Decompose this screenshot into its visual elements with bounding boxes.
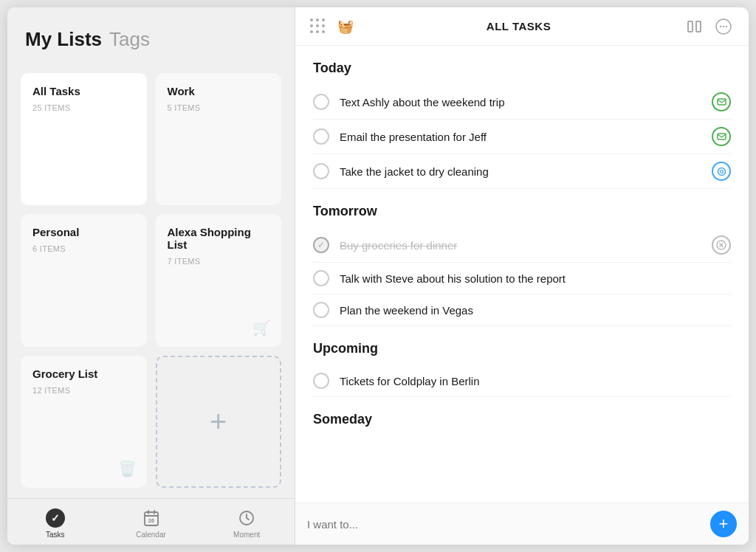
task-row[interactable]: Take the jacket to dry cleaning xyxy=(313,154,731,189)
calendar-nav-label: Calendar xyxy=(136,531,166,539)
list-item-alexa[interactable]: Alexa Shopping List 7 ITEMS 🛒 xyxy=(156,214,282,346)
task-badge-email[interactable] xyxy=(712,127,731,146)
svg-point-13 xyxy=(720,170,723,173)
task-checkbox[interactable] xyxy=(313,94,329,110)
add-list-button[interactable]: + xyxy=(156,356,282,488)
tasks-check-circle: ✓ xyxy=(46,508,65,528)
task-checkbox[interactable] xyxy=(313,302,329,318)
bottom-nav: ✓ Tasks 26 Calendar xyxy=(7,498,295,545)
tasks-nav-label: Tasks xyxy=(46,531,65,539)
task-row[interactable]: Plan the weekend in Vegas xyxy=(313,294,731,326)
list-count: 6 ITEMS xyxy=(32,244,66,253)
task-label: Email the presentation for Jeff xyxy=(340,131,701,143)
task-label-completed: Buy groceries for dinner xyxy=(340,239,701,252)
list-item-work[interactable]: Work 5 ITEMS xyxy=(156,73,282,205)
svg-point-8 xyxy=(723,25,724,27)
list-item-grocery[interactable]: Grocery List 12 ITEMS 🗑️ xyxy=(21,356,147,488)
sidebar-title: My Lists xyxy=(25,28,102,51)
calendar-nav-icon: 26 xyxy=(141,508,162,528)
nav-calendar[interactable]: 26 Calendar xyxy=(103,505,199,542)
svg-rect-10 xyxy=(718,99,726,105)
add-task-button[interactable]: + xyxy=(710,511,737,537)
app-container: My Lists Tags All Tasks 25 ITEMS Work 5 … xyxy=(7,7,749,545)
task-row[interactable]: Tickets for Coldplay in Berlin xyxy=(313,365,731,397)
nav-tasks[interactable]: ✓ Tasks xyxy=(7,505,103,542)
tasks-content: Today Text Ashly about the weekend trip … xyxy=(295,46,749,503)
list-name: Work xyxy=(168,85,270,97)
main-panel: 🧺 ALL TASKS xyxy=(295,7,749,545)
section-tomorrow-header: Tomorrow xyxy=(313,204,731,219)
tasks-nav-icon: ✓ xyxy=(45,508,66,528)
task-row[interactable]: Text Ashly about the weekend trip xyxy=(313,85,731,120)
task-label: Text Ashly about the weekend trip xyxy=(340,96,701,108)
basket-icon[interactable]: 🧺 xyxy=(337,18,354,35)
task-badge-message[interactable] xyxy=(712,92,731,111)
svg-text:26: 26 xyxy=(148,518,154,523)
list-icon: 🛒 xyxy=(252,319,271,337)
task-checkbox[interactable] xyxy=(313,163,329,179)
task-checkbox[interactable] xyxy=(313,373,329,389)
task-checkbox-checked[interactable] xyxy=(313,237,329,253)
header-left: 🧺 xyxy=(310,18,354,35)
task-checkbox[interactable] xyxy=(313,270,329,286)
task-row[interactable]: Talk with Steve about his solution to th… xyxy=(313,263,731,294)
svg-point-9 xyxy=(726,25,727,27)
grid-icon[interactable] xyxy=(310,18,326,34)
header-title: ALL TASKS xyxy=(354,20,684,32)
more-options-icon[interactable] xyxy=(713,16,734,37)
svg-point-12 xyxy=(718,168,725,175)
lists-grid: All Tasks 25 ITEMS Work 5 ITEMS Personal… xyxy=(7,63,295,498)
list-count: 12 ITEMS xyxy=(32,386,70,395)
task-badge-close[interactable] xyxy=(712,235,731,255)
list-count: 5 ITEMS xyxy=(168,103,201,112)
main-header: 🧺 ALL TASKS xyxy=(295,7,749,46)
sidebar: My Lists Tags All Tasks 25 ITEMS Work 5 … xyxy=(7,7,295,545)
task-label: Take the jacket to dry cleaning xyxy=(340,165,701,178)
task-label: Tickets for Coldplay in Berlin xyxy=(340,375,731,387)
bottom-input-bar: + xyxy=(295,503,749,545)
list-count: 25 ITEMS xyxy=(32,103,70,112)
section-someday-header: Someday xyxy=(313,412,731,427)
list-item-all-tasks[interactable]: All Tasks 25 ITEMS xyxy=(21,73,147,205)
columns-icon[interactable] xyxy=(684,16,704,37)
svg-rect-11 xyxy=(718,134,726,139)
section-today-header: Today xyxy=(313,61,731,76)
list-name: Alexa Shopping List xyxy=(168,226,270,251)
tags-label[interactable]: Tags xyxy=(109,28,150,51)
section-upcoming-header: Upcoming xyxy=(313,341,731,356)
list-item-personal[interactable]: Personal 6 ITEMS xyxy=(21,214,147,346)
sidebar-header: My Lists Tags xyxy=(7,7,295,63)
header-right xyxy=(684,16,734,37)
list-count: 7 ITEMS xyxy=(168,257,201,266)
list-name: Personal xyxy=(32,226,135,238)
task-label: Talk with Steve about his solution to th… xyxy=(340,272,731,285)
task-label: Plan the weekend in Vegas xyxy=(340,304,731,317)
moment-nav-icon xyxy=(236,508,257,528)
task-checkbox[interactable] xyxy=(313,128,329,145)
svg-point-7 xyxy=(720,25,721,27)
list-icon: 🗑️ xyxy=(118,460,137,477)
list-name: Grocery List xyxy=(32,368,135,380)
moment-nav-label: Moment xyxy=(233,531,260,539)
nav-moment[interactable]: Moment xyxy=(199,505,295,542)
task-input[interactable] xyxy=(307,514,701,535)
add-plus-icon: + xyxy=(210,407,227,436)
list-name: All Tasks xyxy=(32,85,135,97)
task-row[interactable]: Email the presentation for Jeff xyxy=(313,120,731,154)
task-row[interactable]: Buy groceries for dinner xyxy=(313,228,731,263)
task-badge-circle[interactable] xyxy=(712,162,731,181)
